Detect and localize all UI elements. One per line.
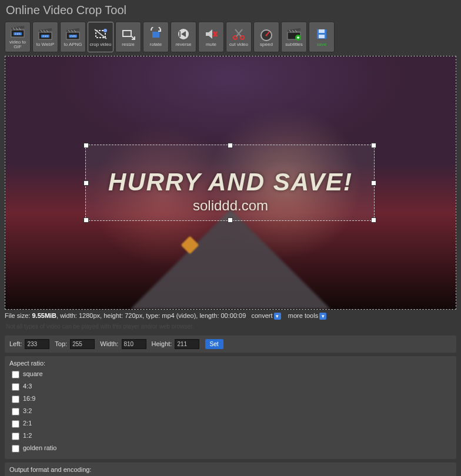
tool-label: mute (206, 42, 216, 47)
dimensions-panel: Left: Top: Width: Height: Set (5, 336, 456, 353)
video-preview[interactable]: HURRY AND SAVE! soliddd.com (5, 56, 456, 310)
aspect-label: 3:2 (23, 408, 32, 415)
crop-handle-w[interactable] (83, 180, 89, 186)
svg-rect-38 (319, 29, 325, 33)
crop-handle-se[interactable] (371, 217, 376, 223)
page-title: Online Video Crop Tool (6, 4, 461, 17)
more-tools-expand-icon[interactable]: ▾ (319, 313, 326, 320)
tool-resize[interactable]: resize (115, 22, 141, 52)
aspect-option-golden-ratio[interactable]: golden ratio (9, 443, 452, 454)
crop-handle-n[interactable] (228, 143, 233, 148)
tool-cut-video[interactable]: cut video (226, 22, 252, 52)
svg-text:2 4 5: 2 4 5 (43, 35, 49, 38)
tool-label: to APNG (64, 42, 82, 47)
toolbar: 2 4 5video to GIF2 4 5to WebP2 4 5to APN… (0, 22, 461, 56)
aspect-option-square[interactable]: square (9, 369, 452, 380)
aspect-label: square (23, 371, 43, 378)
convert-link[interactable]: convert▾ (251, 312, 280, 319)
tool-label: rotate (150, 42, 162, 47)
aspect-ratio-panel: Aspect ratio: square4:316:93:22:11:2gold… (5, 356, 456, 459)
tool-label: to WebP (36, 42, 55, 47)
crop-video-icon (92, 27, 109, 41)
file-size: 9.55MiB (32, 312, 56, 319)
svg-rect-26 (179, 31, 181, 37)
cut-video-icon (230, 27, 247, 41)
tool-video-to-gif[interactable]: 2 4 5video to GIF (5, 22, 31, 52)
tool-speed[interactable]: speed (253, 22, 279, 52)
aspect-label: 2:1 (23, 420, 32, 427)
aspect-label: 1:2 (23, 433, 32, 440)
svg-rect-39 (319, 35, 325, 38)
compatibility-note: Not all types of video can be played wit… (6, 323, 455, 330)
width-label: Width: (100, 340, 118, 347)
tool-label: resize (122, 42, 134, 47)
set-button[interactable]: Set (205, 339, 223, 349)
crop-handle-nw[interactable] (83, 143, 89, 148)
aspect-checkbox[interactable] (12, 395, 19, 403)
subtitles-icon (286, 27, 302, 41)
aspect-checkbox[interactable] (12, 445, 19, 452)
aspect-label: 4:3 (23, 383, 32, 390)
aspect-option-16-9[interactable]: 16:9 (9, 394, 452, 405)
width-input[interactable] (122, 339, 146, 349)
aspect-checkbox[interactable] (12, 433, 19, 440)
svg-point-30 (266, 35, 268, 36)
tool-to-apng[interactable]: 2 4 5to APNG (60, 22, 86, 52)
svg-text:2 4 5: 2 4 5 (15, 32, 21, 35)
aspect-label: golden ratio (23, 445, 57, 452)
height-input[interactable] (175, 339, 199, 349)
aspect-checkbox[interactable] (12, 420, 19, 428)
tool-crop-video[interactable]: crop video (88, 22, 113, 52)
aspect-option-4-3[interactable]: 4:3 (9, 381, 452, 393)
tool-subtitles[interactable]: subtitles (281, 22, 307, 52)
aspect-option-2-1[interactable]: 2:1 (9, 418, 452, 430)
output-header: Output format and encoding: (9, 466, 452, 473)
convert-expand-icon[interactable]: ▾ (274, 313, 281, 320)
reverse-icon (175, 27, 192, 41)
mute-icon (203, 27, 219, 41)
tool-label: save (317, 42, 327, 47)
aspect-ratio-header: Aspect ratio: (9, 360, 452, 367)
tool-label: cut video (229, 42, 248, 47)
aspect-label: 16:9 (23, 395, 35, 403)
tool-rotate[interactable]: rotate (143, 22, 169, 52)
aspect-checkbox[interactable] (12, 371, 19, 378)
crop-handle-ne[interactable] (371, 143, 376, 148)
video-to-gif-icon: 2 4 5 (9, 25, 26, 39)
file-info-line: File size: 9.55MiB, width: 1280px, heigh… (5, 312, 456, 320)
to-apng-icon: 2 4 5 (65, 27, 81, 41)
tool-save[interactable]: save (309, 22, 335, 52)
tool-label: reverse (176, 42, 192, 47)
tool-label: crop video (90, 42, 112, 47)
left-label: Left: (9, 340, 22, 347)
more-tools-link[interactable]: more tools▾ (288, 312, 326, 319)
tool-reverse[interactable]: reverse (171, 22, 196, 52)
file-info-prefix: File size: (5, 312, 32, 319)
crop-handle-s[interactable] (228, 217, 233, 223)
height-label: Height: (152, 340, 172, 347)
speed-icon (258, 27, 275, 41)
save-icon (313, 27, 330, 41)
tool-mute[interactable]: mute (198, 22, 224, 52)
top-label: Top: (55, 340, 67, 347)
left-input[interactable] (25, 339, 49, 349)
svg-rect-23 (123, 31, 131, 36)
tool-label: video to GIF (5, 40, 30, 49)
rotate-icon (148, 27, 164, 41)
tool-label: subtitles (285, 42, 302, 47)
output-panel: Output format and encoding: Copy origina… (5, 462, 456, 476)
tool-to-webp[interactable]: 2 4 5to WebP (32, 22, 58, 52)
aspect-option-3-2[interactable]: 3:2 (9, 406, 452, 417)
aspect-checkbox[interactable] (12, 408, 19, 415)
crop-selection[interactable] (85, 145, 375, 221)
aspect-checkbox[interactable] (12, 383, 19, 391)
aspect-option-1-2[interactable]: 1:2 (9, 431, 452, 442)
to-webp-icon: 2 4 5 (37, 27, 54, 41)
svg-point-22 (103, 29, 107, 32)
tool-label: speed (260, 42, 273, 47)
crop-handle-sw[interactable] (83, 217, 89, 223)
svg-text:2 4 5: 2 4 5 (71, 35, 76, 38)
top-input[interactable] (70, 339, 95, 349)
crop-handle-e[interactable] (371, 180, 376, 186)
file-info-rest: , width: 1280px, height: 720px, type: mp… (56, 312, 246, 319)
